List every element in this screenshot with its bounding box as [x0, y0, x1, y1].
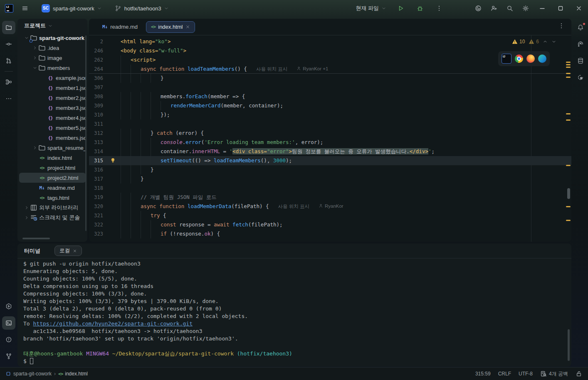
line-number[interactable]: 314	[89, 147, 103, 156]
line-number[interactable]: 307	[89, 83, 103, 92]
main-menu-button[interactable]	[17, 2, 32, 15]
terminal-output[interactable]: $ git push -u origin hotfix/taehoon3Enum…	[23, 260, 564, 365]
line-number[interactable]: 316	[89, 165, 103, 174]
more-tool-windows-button[interactable]	[2, 92, 15, 105]
line-number[interactable]: 264	[89, 65, 103, 73]
editor-tab-index.html[interactable]: <>index.html	[146, 21, 195, 33]
project-panel-title[interactable]: 프로젝트	[24, 22, 46, 30]
close-button[interactable]	[570, 0, 588, 17]
minimize-button[interactable]	[533, 0, 551, 17]
tree-item-image[interactable]: image	[19, 53, 86, 63]
warning-stripe-mark[interactable]	[566, 64, 571, 65]
debug-button[interactable]	[413, 2, 427, 15]
warning-stripe-mark[interactable]	[566, 73, 571, 74]
line-number[interactable]: 323	[89, 229, 103, 238]
tree-item-readme.md[interactable]: M↓readme.md	[19, 183, 86, 193]
line-number[interactable]: 321	[89, 211, 103, 220]
tree-item-.idea[interactable]: .idea	[19, 43, 86, 53]
tree-item-example.json[interactable]: {}example.json	[19, 73, 86, 83]
warning-stripe-mark[interactable]	[566, 62, 571, 63]
tree-item-외부 라이브러리[interactable]: 외부 라이브러리	[19, 203, 86, 213]
tab-options-button[interactable]	[556, 22, 567, 30]
tree-item-project2.html[interactable]: <>project2.html	[19, 173, 86, 183]
warning-stripe-mark[interactable]	[566, 165, 571, 166]
line-number[interactable]: 318	[89, 184, 103, 193]
previous-problem-button[interactable]	[543, 39, 548, 44]
tree-item-project.html[interactable]: <>project.html	[19, 163, 86, 173]
warnings-count[interactable]: 10	[512, 39, 525, 45]
tree-chevron-icon[interactable]	[23, 216, 30, 220]
file-encoding[interactable]: UTF-8	[519, 371, 533, 377]
intention-bulb-icon[interactable]	[110, 157, 116, 164]
usages-hint[interactable]: 사용 위치 표시	[256, 66, 287, 72]
ai-chat-button[interactable]	[574, 37, 587, 51]
terminal-tab-local[interactable]: 로컬	[54, 246, 82, 256]
edge-icon[interactable]	[538, 55, 546, 63]
line-number[interactable]: 308	[89, 92, 103, 101]
chrome-icon[interactable]	[515, 55, 523, 63]
line-number[interactable]: 309	[89, 101, 103, 110]
tree-chevron-icon[interactable]	[32, 146, 38, 150]
search-everywhere-button[interactable]	[502, 2, 517, 15]
tree-chevron-icon[interactable]	[32, 46, 38, 50]
database-button[interactable]	[574, 54, 587, 67]
line-number[interactable]: 306	[89, 74, 103, 83]
tree-item-스크래치 및 콘솔[interactable]: 스크래치 및 콘솔	[19, 213, 86, 223]
project-horizontal-scrollbar[interactable]	[22, 238, 50, 239]
file-lock-toggle[interactable]	[576, 370, 582, 377]
weak-warnings-count[interactable]: 6	[529, 39, 539, 45]
scrollbar-thumb[interactable]	[567, 188, 570, 199]
tree-item-sparta_resume_stre[interactable]: sparta_resume_stre	[19, 143, 86, 153]
line-separator[interactable]: CRLF	[498, 371, 511, 377]
line-number[interactable]: 315	[89, 156, 103, 165]
tool-commit-button[interactable]	[2, 37, 15, 51]
tree-item-members[interactable]: members	[19, 63, 86, 73]
code-author-hint[interactable]: RyanKor	[319, 204, 343, 209]
usages-hint[interactable]: 사용 위치 표시	[278, 204, 309, 210]
maximize-button[interactable]	[551, 0, 570, 17]
ai-assistant-button[interactable]	[471, 2, 486, 15]
tree-chevron-icon[interactable]	[32, 66, 38, 70]
intellij-icon[interactable]: IJ	[502, 54, 511, 64]
tree-item-member1.json[interactable]: {}member1.json	[19, 83, 86, 93]
tool-terminal-button[interactable]	[2, 316, 15, 330]
terminal-panel-title[interactable]: 터미널	[24, 247, 40, 255]
warning-stripe-mark[interactable]	[566, 119, 571, 121]
tab-close-icon[interactable]	[185, 25, 190, 29]
line-number[interactable]: 312	[89, 129, 103, 138]
next-problem-button[interactable]	[551, 39, 556, 44]
more-actions-button[interactable]	[432, 2, 447, 15]
inspections-widget[interactable]: 10 6	[512, 39, 556, 45]
breadcrumb-module[interactable]: sparta-git-cowork	[13, 371, 52, 377]
warning-stripe-mark[interactable]	[566, 206, 571, 207]
tree-item-tags.html[interactable]: <>tags.html	[19, 193, 86, 203]
warning-stripe-mark[interactable]	[566, 67, 571, 68]
line-number[interactable]: 320	[89, 202, 103, 211]
tree-item-member4.json[interactable]: {}member4.json	[19, 113, 86, 123]
editor-scrollbar[interactable]	[566, 35, 571, 242]
code-editor[interactable]: 2<html lang="ko">246<body class="w-full"…	[89, 35, 571, 242]
tree-item-sparta-git-cowork[interactable]: sparta-git-cowork	[19, 33, 86, 43]
line-number[interactable]: 319	[89, 193, 103, 202]
terminal-scrollbar[interactable]	[568, 329, 570, 361]
tool-problems-button[interactable]	[2, 333, 15, 346]
notifications-button[interactable]	[574, 21, 587, 34]
line-number[interactable]: 313	[89, 138, 103, 147]
project-widget[interactable]: SC sparta-git-cowork	[38, 2, 105, 15]
tree-chevron-icon[interactable]	[32, 56, 38, 60]
warning-stripe-mark[interactable]	[566, 113, 571, 114]
line-number[interactable]: 317	[89, 174, 103, 184]
breadcrumb-file[interactable]: <> index.html	[58, 371, 88, 377]
tree-item-member5.json[interactable]: {}member5.json	[19, 123, 86, 133]
tree-chevron-icon[interactable]	[23, 36, 30, 40]
caret-position[interactable]: 315:59	[475, 371, 491, 377]
indent-setting[interactable]: 4개 공백	[540, 370, 568, 378]
project-vertical-scrollbar[interactable]	[85, 35, 86, 231]
line-number[interactable]: 246	[89, 46, 103, 55]
code-author-hint[interactable]: RyanKor +1	[296, 66, 328, 71]
line-number[interactable]: 262	[89, 55, 103, 65]
tool-project-button[interactable]	[2, 21, 15, 34]
tree-chevron-icon[interactable]	[23, 206, 30, 210]
line-number[interactable]: 310	[89, 110, 103, 119]
tool-pull-requests-button[interactable]	[2, 54, 15, 67]
